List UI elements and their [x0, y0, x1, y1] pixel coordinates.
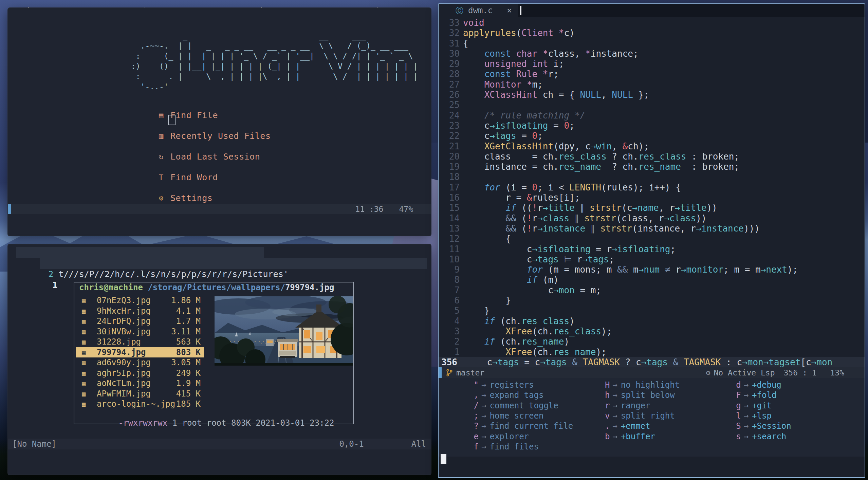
file-row[interactable]: ▦arco-login-~.jpg185 K — [76, 399, 204, 409]
terminal-row: 2 t///s/P//2/h/c/.l/s/n/s/p/p/s/r/r/s/Pi… — [8, 247, 431, 258]
line-number: 19 — [439, 162, 460, 172]
whichkey-label: find files — [490, 442, 539, 451]
whichkey-column: H→no highlighth→split belowr→rangerv→spl… — [602, 380, 733, 452]
code-text: } — [463, 306, 865, 316]
git-branch: master — [446, 368, 484, 377]
terminal-line-number: 2 — [39, 269, 53, 279]
file-row[interactable]: ▦9hMxcHr.jpg4.1 M — [76, 306, 204, 316]
line-number: 15 — [439, 203, 460, 213]
dashboard-menu-item-find-word[interactable]: TFind Word — [159, 172, 363, 183]
line-number: 5 — [439, 306, 460, 316]
code-text: if (m) — [463, 275, 865, 285]
image-file-icon: ▦ — [76, 400, 97, 408]
ranger-header: chris@machine /storag/Pictures/wallpaper… — [74, 282, 353, 293]
image-file-icon: ▦ — [76, 297, 97, 304]
file-row[interactable]: ▦31228.jpg563 K — [76, 337, 204, 347]
code-text: } — [463, 295, 865, 306]
dashboard-menu-item-recent-files[interactable]: ▥Recently Used Files — [159, 131, 363, 141]
git-branch-name: master — [456, 368, 484, 377]
arrow-icon: → — [479, 390, 490, 400]
ranger-user-host: chris@machine — [79, 282, 143, 293]
file-row[interactable]: ▦APwFMIM.jpg415 K — [76, 389, 204, 399]
line-number: 356 — [439, 357, 462, 367]
file-row[interactable]: ▦ad6v90y.jpg3.05 M — [76, 357, 204, 368]
image-file-icon: ▦ — [76, 307, 97, 315]
arrow-icon: → — [741, 401, 752, 410]
code-line: 26 XClassHint ch = { NULL, NULL }; — [439, 90, 865, 100]
whichkey-binding: s→+search — [734, 431, 865, 442]
code-text: applyrules(Client *c) — [463, 28, 865, 38]
dashboard-cursor — [168, 115, 176, 125]
arrow-icon: → — [479, 442, 490, 451]
ranger-file-list: ▦07nEzQ3.jpg1.86 M▦9hMxcHr.jpg4.1 M▦24Lr… — [76, 295, 204, 409]
buffer-name: [No Name] — [8, 439, 56, 449]
line-number: 20 — [439, 151, 460, 162]
whichkey-label: find current file — [490, 421, 573, 431]
file-size: 3.05 M — [171, 358, 204, 367]
line-number: 17 — [439, 182, 460, 192]
menu-item-label: Find File — [170, 110, 218, 120]
lsp-status: No Active Lsp — [714, 368, 775, 377]
statusbar-scroll-percent: 47% — [399, 205, 413, 214]
whichkey-key: l — [734, 411, 741, 421]
code-line: 29 unsigned int i; — [439, 59, 865, 69]
line-number: 13 — [439, 223, 460, 234]
file-name: 24LrDFQ.jpg — [97, 316, 176, 326]
image-file-icon: ▦ — [76, 380, 97, 387]
image-file-icon: ▦ — [76, 390, 97, 398]
line-number: 23 — [439, 121, 460, 131]
file-row[interactable]: ▦24LrDFQ.jpg1.7 M — [76, 316, 204, 327]
file-row[interactable]: ▦aoNcTLm.jpg1.9 M — [76, 378, 204, 389]
line-number: 10 — [439, 254, 460, 264]
arrow-icon: → — [610, 432, 621, 441]
file-row[interactable]: ▦799794.jpg803 K — [76, 347, 204, 358]
dashboard-menu-item-load-session[interactable]: ↻Load Last Session — [159, 151, 363, 162]
code-text: { — [463, 234, 865, 244]
line-number: 1 — [439, 347, 460, 357]
code-text: c→tags = 0; — [463, 131, 865, 141]
whichkey-key: g — [734, 401, 741, 411]
file-row[interactable]: ▦07nEzQ3.jpg1.86 M — [76, 295, 204, 306]
dashboard-menu-item-settings[interactable]: ⚙Settings — [159, 193, 363, 203]
editor-statusline: master ⚙ No Active Lsp 356 : 1 13% — [439, 367, 865, 378]
whichkey-binding: H→no highlight — [602, 380, 733, 390]
whichkey-label: +fold — [752, 390, 776, 400]
tab-dwm-c[interactable]: Ⓒ dwm.c × — [439, 4, 518, 17]
whichkey-label: explorer — [490, 432, 529, 441]
whichkey-label: registers — [490, 380, 534, 390]
wallpaper-preview-image — [215, 296, 353, 366]
line-number: 14 — [439, 213, 460, 223]
code-area[interactable]: 33void32applyrules(Client *c)31{30 const… — [439, 17, 865, 367]
arrow-icon: → — [741, 421, 752, 431]
window-terminal-ranger: 2 t///s/P//2/h/c/.l/s/n/s/p/p/s/r/r/s/Pi… — [7, 244, 431, 475]
code-line: 12 { — [439, 234, 865, 244]
ranger-file-info: -rwxrwxrwx 1 root root 803K 2021-03-01 2… — [79, 409, 334, 437]
whichkey-key: s — [734, 431, 741, 442]
code-text: unsigned int i; — [463, 59, 865, 69]
line-number: 28 — [439, 69, 460, 79]
line-number: 11 — [439, 244, 460, 254]
file-row[interactable]: ▦aghr5Ip.jpg249 K — [76, 368, 204, 379]
dashboard-menu-item-find-file[interactable]: ▤Find File — [159, 110, 363, 121]
whichkey-binding: b→+buffer — [602, 431, 733, 442]
terminal-line-text: t///s/P//2/h/c/.l/s/n/s/p/p/s/r/r/s/Pict… — [53, 269, 288, 279]
whichkey-label: +git — [752, 401, 772, 410]
code-line: 1 XFree(ch.res_name); — [439, 347, 865, 357]
code-line: 3 XFree(ch.res_class); — [439, 326, 865, 336]
code-text: if (ch.res_class) — [463, 316, 865, 326]
desktop: _ __ ___ .-~~-. | | _ _ _ __ __ _ _ __ \… — [0, 0, 868, 480]
code-text: XFree(ch.res_class); — [463, 326, 865, 336]
code-text: const char *class, *instance; — [463, 49, 865, 59]
whichkey-key: r — [602, 401, 610, 411]
file-name: 9hMxcHr.jpg — [97, 306, 176, 316]
whichkey-binding: r→ranger — [602, 401, 733, 411]
file-row[interactable]: ▦30iNVBw.jpg3.11 M — [76, 327, 204, 337]
tab-close-icon[interactable]: × — [507, 6, 512, 15]
line-number: 6 — [439, 295, 460, 306]
whichkey-key: f — [471, 442, 479, 452]
line-number: 4 — [439, 316, 460, 326]
whichkey-binding: F→+fold — [734, 390, 865, 400]
file-size: 803 K — [176, 348, 204, 357]
code-text: class = ch.res_class ? ch.res_class : br… — [463, 151, 865, 162]
image-file-icon: ▦ — [76, 317, 97, 325]
